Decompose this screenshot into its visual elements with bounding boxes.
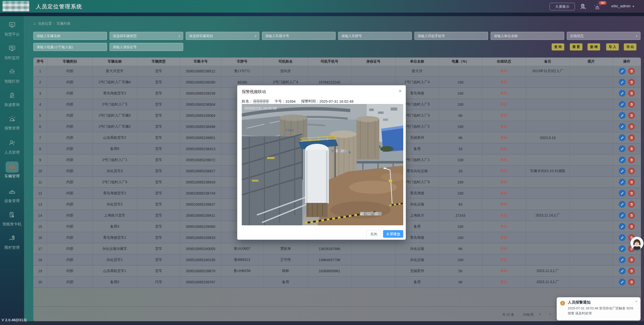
delete-button[interactable] bbox=[628, 123, 635, 130]
close-icon[interactable]: × bbox=[635, 299, 637, 304]
edit-button[interactable] bbox=[619, 112, 626, 119]
filter-select-8[interactable]: 在线状态∨ bbox=[567, 32, 640, 40]
placeholder-text: 请输入身份证号 bbox=[113, 45, 137, 49]
edit-button[interactable] bbox=[619, 179, 626, 185]
vehicle-monitor-icon[interactable] bbox=[580, 4, 587, 10]
delete-button[interactable] bbox=[628, 256, 635, 263]
edit-button[interactable] bbox=[619, 145, 626, 152]
svg-text:T: T bbox=[332, 149, 334, 153]
prev-page-button[interactable]: ‹ bbox=[550, 312, 551, 316]
table-cell: 汽车 bbox=[137, 277, 180, 287]
table-cell bbox=[570, 277, 613, 287]
table-row[interactable]: 17内部兴化运输冷藏车货车359510085240005鲁UU0607贾振海13… bbox=[33, 243, 641, 254]
filter-input-7[interactable]: 请输入单位名称 bbox=[491, 32, 564, 40]
redacted-name bbox=[253, 99, 269, 103]
edit-button[interactable] bbox=[619, 267, 626, 274]
table-row[interactable]: 20内部备用0汽车359510085239767备用备用66离线2023.11.… bbox=[33, 277, 641, 288]
table-row[interactable]: 18内部兴化货车1货车359510085240195鲁BB9313王守伟1386… bbox=[33, 254, 641, 265]
sidebar-item-5[interactable]: 报警管理 bbox=[0, 114, 24, 131]
table-row[interactable]: 1内部新大洋货车货车359510085238512鲁LYS771贺尚庆新大洋离线… bbox=[33, 66, 641, 77]
delete-button[interactable] bbox=[628, 267, 635, 274]
cctv-video-frame[interactable]: T-2101 T4 bbox=[242, 104, 403, 225]
sidebar-item-4[interactable]: 轨迹查询 bbox=[0, 90, 24, 107]
edit-button[interactable] bbox=[619, 245, 626, 252]
sidebar-item-7[interactable]: 车辆管理 bbox=[0, 161, 24, 179]
edit-button[interactable] bbox=[619, 256, 626, 263]
table-cell: 内部 bbox=[47, 254, 93, 265]
sidebar-item-8[interactable]: 设备管理 bbox=[0, 186, 24, 203]
big-screen-button[interactable]: 大屏展示 bbox=[550, 3, 575, 10]
import-button[interactable]: 导 入 bbox=[606, 43, 619, 50]
table-cell: 兴化运输冷藏车 bbox=[93, 243, 137, 254]
delete-button[interactable] bbox=[628, 168, 635, 174]
modal-close-button[interactable]: 关闭 bbox=[366, 230, 381, 238]
query-button[interactable]: 查 询 bbox=[552, 43, 564, 50]
edit-button[interactable] bbox=[619, 123, 626, 130]
edit-button[interactable] bbox=[619, 68, 626, 74]
close-icon[interactable]: × bbox=[398, 88, 402, 94]
edit-button[interactable] bbox=[619, 190, 626, 197]
reset-button[interactable]: 重 置 bbox=[570, 43, 582, 50]
assistant-avatar-button[interactable] bbox=[630, 237, 643, 250]
add-button[interactable]: 新 增 bbox=[587, 43, 600, 50]
edit-button[interactable] bbox=[619, 201, 626, 208]
sidebar-item-3[interactable]: 智能灯控 bbox=[0, 67, 24, 84]
column-header: 序号 bbox=[33, 58, 47, 66]
edit-button[interactable] bbox=[619, 156, 626, 163]
delete-button[interactable] bbox=[628, 112, 635, 119]
delete-button[interactable] bbox=[628, 101, 635, 108]
edit-button[interactable] bbox=[619, 234, 626, 241]
sidebar-item-6[interactable]: 人员管理 bbox=[0, 138, 24, 155]
total-count: 共 22 条 bbox=[502, 312, 514, 317]
delete-button[interactable] bbox=[628, 134, 635, 141]
sidebar-item-1[interactable]: 智慧平台 bbox=[0, 20, 24, 37]
delete-button[interactable] bbox=[628, 279, 635, 285]
table-cell: 青岛海德货车2 bbox=[93, 88, 137, 99]
edit-button[interactable] bbox=[619, 279, 626, 285]
delete-button[interactable] bbox=[628, 223, 635, 230]
column-header: 图片 bbox=[570, 58, 613, 66]
delete-button[interactable] bbox=[628, 68, 635, 74]
filter-input-9[interactable]: 请输入电量(小于输入值) bbox=[33, 43, 107, 51]
actions-cell bbox=[613, 77, 641, 88]
delete-button[interactable] bbox=[628, 190, 635, 197]
filter-select-2[interactable]: 请选择车辆类型∨ bbox=[110, 32, 183, 40]
delete-button[interactable] bbox=[628, 145, 635, 152]
delete-button[interactable] bbox=[628, 90, 635, 97]
edit-button[interactable] bbox=[619, 79, 626, 86]
page-size-select[interactable]: 20条/页 bbox=[523, 312, 534, 317]
filter-input-10[interactable]: 请输入身份证号 bbox=[110, 43, 183, 51]
sidebar-item-2[interactable]: 实时监控 bbox=[0, 43, 24, 60]
sidebar-item-10[interactable]: 围栏管理 bbox=[0, 233, 24, 250]
edit-button[interactable] bbox=[619, 134, 626, 141]
chevron-down-icon[interactable]: ∨ bbox=[539, 312, 541, 316]
table-cell bbox=[351, 254, 396, 265]
delete-button[interactable] bbox=[628, 212, 635, 219]
sidebar-item-9[interactable]: 智能发卡机 bbox=[0, 209, 24, 227]
table-cell: 100 bbox=[439, 177, 482, 187]
table-cell: 兴化货车2 bbox=[93, 199, 137, 210]
filter-input-6[interactable]: 请输入司机手机号 bbox=[414, 32, 488, 40]
table-cell bbox=[351, 277, 396, 287]
edit-button[interactable] bbox=[619, 212, 626, 219]
filter-input-1[interactable]: 请输入车辆名称 bbox=[33, 32, 107, 40]
table-row[interactable]: 19内部山东禹钦货车1货车359510085239676鲁UHB256韩林183… bbox=[33, 265, 641, 277]
edit-button[interactable] bbox=[619, 223, 626, 230]
filter-input-4[interactable]: 请输入车载卡号 bbox=[262, 32, 336, 40]
delete-button[interactable] bbox=[628, 201, 635, 208]
delete-button[interactable] bbox=[628, 79, 635, 86]
filter-select-3[interactable]: 请选择车辆类别∨ bbox=[186, 32, 259, 40]
table-cell: 100 bbox=[439, 154, 482, 165]
edit-button[interactable] bbox=[619, 168, 626, 174]
edit-button[interactable] bbox=[619, 101, 626, 108]
export-button[interactable]: 导 出 bbox=[624, 43, 636, 50]
filter-input-5[interactable]: 请输入车牌号 bbox=[338, 32, 412, 40]
delete-button[interactable] bbox=[628, 156, 635, 163]
edit-button[interactable] bbox=[619, 90, 626, 97]
delete-button[interactable] bbox=[628, 179, 635, 185]
table-cell: 17 bbox=[33, 243, 47, 254]
table-cell bbox=[570, 132, 613, 143]
table-cell: 18369009961 bbox=[308, 265, 351, 276]
fullscreen-play-button[interactable]: 全屏播放 bbox=[383, 230, 403, 238]
user-menu[interactable]: xrkc_admin▼ bbox=[611, 4, 635, 8]
